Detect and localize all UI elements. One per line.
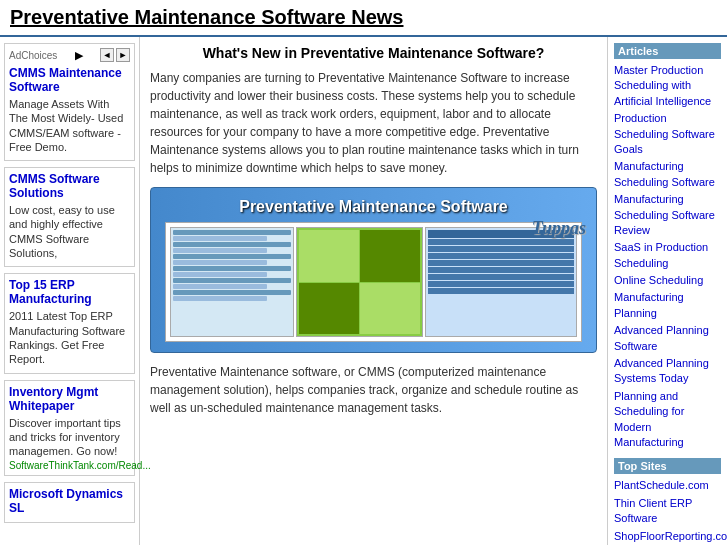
screenshot-row xyxy=(173,242,291,247)
ad-header: AdChoices ▶ ◄ ► xyxy=(9,48,130,62)
screenshot-panel-1 xyxy=(170,227,294,337)
site-header: Preventative Maintenance Software News xyxy=(0,0,727,37)
ad-link-4: SoftwareThinkTank.com/Read... xyxy=(9,460,130,471)
article-link-9[interactable]: Advanced Planning Systems Today xyxy=(614,356,721,387)
screenshot-panel-3 xyxy=(425,227,577,337)
ad-title-1[interactable]: CMMS Maintenance Software xyxy=(9,66,130,94)
blue-row xyxy=(428,267,574,273)
ad-navigation[interactable]: ◄ ► xyxy=(100,48,130,62)
screenshot-panel-2 xyxy=(296,227,424,337)
screenshot-row xyxy=(173,260,267,265)
ad-desc-4: Discover important tips and tricks for i… xyxy=(9,416,130,459)
article-link-2[interactable]: Production Scheduling Software Goals xyxy=(614,111,721,157)
ad-choices-label: AdChoices xyxy=(9,50,57,61)
right-sidebar: Articles Master Production Scheduling wi… xyxy=(607,37,727,545)
green-cell xyxy=(360,230,420,282)
ad-prev-button[interactable]: ◄ xyxy=(100,48,114,62)
article-link-6[interactable]: Online Scheduling xyxy=(614,273,721,288)
article-link-10[interactable]: Planning and Scheduling for Modern Manuf… xyxy=(614,389,721,451)
page-layout: AdChoices ▶ ◄ ► CMMS Maintenance Softwar… xyxy=(0,37,727,545)
screenshot-row xyxy=(173,248,267,253)
top-site-link-2[interactable]: Thin Client ERP Software xyxy=(614,496,721,527)
blue-row xyxy=(428,253,574,259)
ad-next-button[interactable]: ► xyxy=(116,48,130,62)
blue-row xyxy=(428,281,574,287)
screenshot-row xyxy=(173,278,291,283)
ad-title-3[interactable]: Top 15 ERP Manufacturing xyxy=(9,278,130,306)
promo-screenshot: Tuppas xyxy=(165,222,582,342)
screenshot-row xyxy=(173,290,291,295)
blue-row xyxy=(428,260,574,266)
main-content: What's New in Preventative Maintenance S… xyxy=(140,37,607,545)
screenshot-row xyxy=(173,284,267,289)
green-cell xyxy=(360,283,420,335)
ad-item-2: CMMS Software Solutions Low cost, easy t… xyxy=(4,167,135,267)
article-link-3[interactable]: Manufacturing Scheduling Software xyxy=(614,159,721,190)
top-site-link-1[interactable]: PlantSchedule.com xyxy=(614,478,721,493)
main-para2: Preventative Maintenance software, or CM… xyxy=(150,363,597,417)
ad-choices-icon: ▶ xyxy=(75,49,83,62)
ad-desc-2: Low cost, easy to use and highly effecti… xyxy=(9,203,130,260)
ad-title-5[interactable]: Microsoft Dynamics SL xyxy=(9,487,130,515)
article-link-4[interactable]: Manufacturing Scheduling Software Review xyxy=(614,192,721,238)
screenshot-row xyxy=(173,236,267,241)
promo-box: Preventative Maintenance Software xyxy=(150,187,597,353)
screenshot-row xyxy=(173,254,291,259)
ad-unit: AdChoices ▶ ◄ ► CMMS Maintenance Softwar… xyxy=(4,43,135,161)
screenshot-row xyxy=(173,296,267,301)
promo-title: Preventative Maintenance Software xyxy=(165,198,582,216)
article-link-1[interactable]: Master Production Scheduling with Artifi… xyxy=(614,63,721,109)
ad-title-2[interactable]: CMMS Software Solutions xyxy=(9,172,130,200)
articles-section-title: Articles xyxy=(614,43,721,59)
top-site-link-3[interactable]: ShopFloorReporting.com xyxy=(614,529,721,544)
article-link-7[interactable]: Manufacturing Planning xyxy=(614,290,721,321)
green-cell xyxy=(299,283,359,335)
top-sites-links: PlantSchedule.com Thin Client ERP Softwa… xyxy=(614,478,721,545)
article-link-5[interactable]: SaaS in Production Scheduling xyxy=(614,240,721,271)
blue-row xyxy=(428,274,574,280)
screenshot-row xyxy=(173,266,291,271)
screenshot-row xyxy=(173,230,291,235)
blue-row xyxy=(428,239,574,245)
green-cell xyxy=(299,230,359,282)
ad-item-4: Inventory Mgmt Whitepaper Discover impor… xyxy=(4,380,135,477)
screenshot-row xyxy=(173,272,267,277)
ad-title-4[interactable]: Inventory Mgmt Whitepaper xyxy=(9,385,130,413)
main-para1: Many companies are turning to Preventati… xyxy=(150,69,597,177)
top-sites-section-title: Top Sites xyxy=(614,458,721,474)
ad-item-5: Microsoft Dynamics SL xyxy=(4,482,135,523)
blue-row xyxy=(428,246,574,252)
article-link-8[interactable]: Advanced Planning Software xyxy=(614,323,721,354)
ad-item-3: Top 15 ERP Manufacturing 2011 Latest Top… xyxy=(4,273,135,373)
site-title: Preventative Maintenance Software News xyxy=(10,6,717,29)
blue-row xyxy=(428,288,574,294)
ad-desc-1: Manage Assets With The Most Widely- Used… xyxy=(9,97,130,154)
main-heading: What's New in Preventative Maintenance S… xyxy=(150,45,597,61)
articles-links: Master Production Scheduling with Artifi… xyxy=(614,63,721,450)
brand-label: Tuppas xyxy=(532,222,582,239)
ad-desc-3: 2011 Latest Top ERP Manufacturing Softwa… xyxy=(9,309,130,366)
left-sidebar: AdChoices ▶ ◄ ► CMMS Maintenance Softwar… xyxy=(0,37,140,545)
ad-item-1: CMMS Maintenance Software Manage Assets … xyxy=(9,66,130,154)
